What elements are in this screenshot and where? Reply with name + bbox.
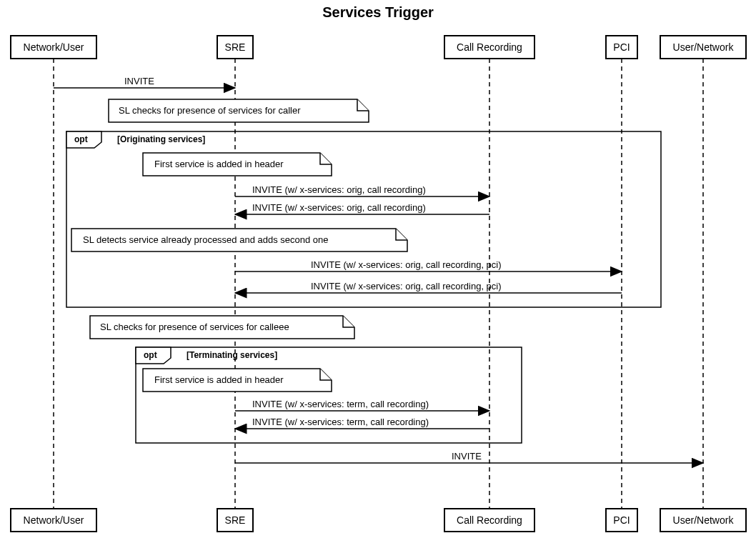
message-invite-final-label: INVITE: [452, 451, 482, 462]
note-first-header-orig: First service is added in header: [143, 153, 332, 176]
note-caller-services: SL checks for presence of services for c…: [109, 99, 369, 122]
actor-box-top-4: User/Network: [660, 36, 746, 59]
actor-box-top-1: SRE: [217, 36, 253, 59]
svg-text:PCI: PCI: [613, 514, 630, 526]
svg-text:User/Network: User/Network: [673, 514, 735, 526]
actor-box-bottom-3: PCI: [606, 509, 637, 532]
svg-text:Network/User: Network/User: [24, 41, 84, 53]
svg-text:SL checks for presence of serv: SL checks for presence of services for c…: [119, 105, 301, 116]
sequence-diagram: Services Trigger Network/User SRE Call R…: [0, 0, 756, 543]
note-first-header-term: First service is added in header: [143, 369, 332, 392]
message-invite-term-2-label: INVITE (w/ x-services: term, call record…: [252, 417, 429, 427]
svg-text:PCI: PCI: [613, 41, 630, 53]
message-invite-pci-2-label: INVITE (w/ x-services: orig, call record…: [311, 281, 502, 292]
svg-text:SL checks for presence of serv: SL checks for presence of services for c…: [100, 322, 289, 332]
message-invite-1-label: INVITE: [124, 76, 154, 86]
svg-text:[Terminating services]: [Terminating services]: [186, 350, 277, 360]
actor-box-bottom-4: User/Network: [660, 509, 746, 532]
svg-text:opt: opt: [144, 350, 157, 360]
svg-text:First service is added in head: First service is added in header: [154, 159, 284, 169]
svg-text:First service is added in head: First service is added in header: [154, 374, 284, 385]
note-callee-services: SL checks for presence of services for c…: [90, 316, 354, 339]
message-invite-pci-1-label: INVITE (w/ x-services: orig, call record…: [311, 259, 502, 270]
svg-text:SL detects service already pro: SL detects service already processed and…: [83, 234, 329, 245]
svg-text:SRE: SRE: [225, 514, 246, 526]
message-invite-orig-1-label: INVITE (w/ x-services: orig, call record…: [252, 184, 426, 195]
actor-box-top-3: PCI: [606, 36, 637, 59]
svg-text:[Originating services]: [Originating services]: [117, 134, 205, 144]
message-invite-orig-2-label: INVITE (w/ x-services: orig, call record…: [252, 202, 426, 213]
svg-text:opt: opt: [74, 134, 88, 144]
svg-text:SRE: SRE: [225, 41, 246, 53]
svg-text:Call Recording: Call Recording: [457, 514, 522, 526]
diagram-title: Services Trigger: [322, 4, 434, 20]
actor-box-bottom-0: Network/User: [11, 509, 96, 532]
actor-box-bottom-1: SRE: [217, 509, 253, 532]
actor-box-top-2: Call Recording: [444, 36, 534, 59]
actor-box-bottom-2: Call Recording: [444, 509, 534, 532]
svg-text:Network/User: Network/User: [24, 514, 84, 526]
actor-box-top-0: Network/User: [11, 36, 96, 59]
svg-text:User/Network: User/Network: [673, 41, 735, 53]
message-invite-term-1-label: INVITE (w/ x-services: term, call record…: [252, 399, 429, 409]
svg-text:Call Recording: Call Recording: [457, 41, 522, 53]
note-second-service: SL detects service already processed and…: [71, 229, 407, 251]
